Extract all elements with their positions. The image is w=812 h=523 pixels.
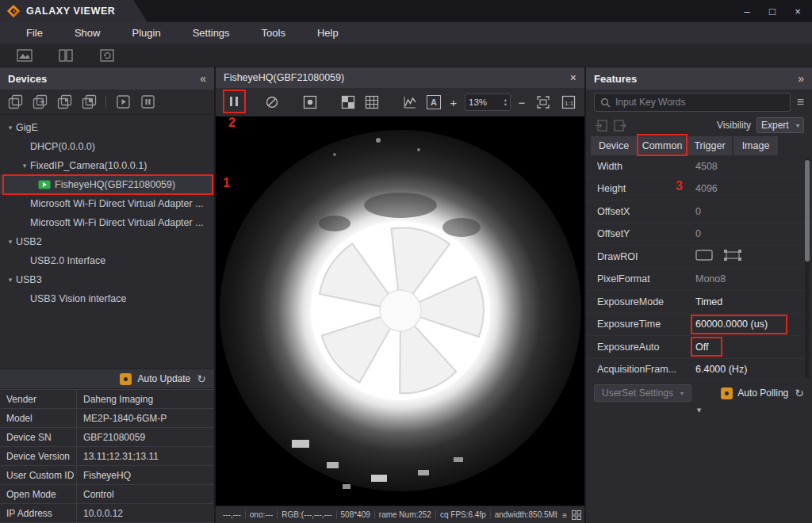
status-mono-value: ono:--- — [245, 510, 277, 519]
enumerate-devices-icon[interactable] — [7, 94, 23, 110]
tree-item-ms-adapter-1[interactable]: Microsoft Wi-Fi Direct Virtual Adapter .… — [0, 194, 214, 213]
tree-item-label: USB2.0 Interface — [30, 255, 105, 266]
viewer-status-bar: ---,--- ono:--- RGB:(---,---,--- 508*409… — [216, 506, 584, 523]
tree-expand-icon[interactable]: ▾ — [19, 162, 30, 170]
table-row: Device Version 13.11;12.31;13.11 — [0, 447, 214, 466]
export-feature-icon[interactable] — [613, 119, 626, 132]
tree-item-fisheyehq-device[interactable]: FisheyeHQ(GBF21080059) — [0, 175, 214, 194]
feature-value[interactable]: 6.4000 (Hz) — [695, 364, 747, 375]
viewer-toolbar: A + 13% ▴▾ − 1:1 — [216, 88, 584, 116]
tree-item-usb3-vision[interactable]: USB3 Vision interface — [0, 289, 214, 308]
refresh-devices-icon[interactable]: ↻ — [197, 372, 206, 385]
font-overlay-icon[interactable]: A — [423, 92, 444, 113]
grid-view-icon[interactable] — [362, 92, 382, 113]
image-view-icon[interactable] — [16, 47, 33, 64]
expand-features-icon[interactable]: » — [798, 72, 804, 85]
menu-tools[interactable]: Tools — [246, 22, 301, 44]
viewer-close-icon[interactable]: × — [570, 71, 576, 84]
feature-row-exposuremode: ExposureMode Timed — [586, 291, 812, 314]
feature-value[interactable]: Mono8 — [695, 273, 726, 284]
zoom-controls: + 13% ▴▾ − 1:1 — [447, 92, 579, 113]
maximize-button[interactable]: □ — [763, 2, 782, 20]
userset-settings-dropdown[interactable]: UserSet Settings ▾ — [594, 384, 691, 402]
tree-item-label: GigE — [16, 122, 38, 133]
menu-show[interactable]: Show — [59, 22, 117, 44]
devices-toolbar — [0, 90, 214, 115]
refresh-layout-icon[interactable] — [98, 47, 116, 64]
visibility-dropdown[interactable]: Expert ▾ — [756, 117, 804, 133]
feature-menu-icon[interactable]: ≡ — [797, 95, 804, 109]
menubar: File Show Plugin Settings Tools Help — [0, 22, 812, 44]
tree-expand-icon[interactable]: ▾ — [5, 124, 16, 132]
table-value: FisheyeHQ — [77, 466, 214, 484]
tree-item-fixedip-camera[interactable]: ▾ FixedIP_Camera(10.0.0.1) — [0, 156, 214, 175]
roi-rect-icon[interactable] — [695, 250, 713, 263]
feature-name: PixelFormat — [597, 273, 695, 284]
camera-image-view[interactable] — [216, 116, 584, 506]
tree-item-usb2-interface[interactable]: USB2.0 Interface — [0, 251, 214, 270]
menu-settings[interactable]: Settings — [177, 22, 246, 44]
features-collapse-chevron[interactable]: ▾ — [586, 405, 812, 421]
table-key: User Custom ID — [0, 466, 77, 484]
tree-item-ms-adapter-2[interactable]: Microsoft Wi-Fi Direct Virtual Adapter .… — [0, 213, 214, 232]
menu-plugin[interactable]: Plugin — [116, 22, 176, 44]
fit-to-window-icon[interactable] — [533, 92, 553, 113]
feature-value[interactable]: Timed — [695, 296, 722, 307]
feature-search-box[interactable] — [594, 93, 791, 112]
fisheye-image — [216, 116, 584, 506]
table-row: User Custom ID FisheyeHQ — [0, 466, 214, 485]
auto-polling-toggle[interactable] — [721, 387, 733, 399]
table-value: ME2P-1840-6GM-P — [77, 409, 214, 427]
tree-item-label: FixedIP_Camera(10.0.0.1) — [30, 160, 147, 171]
tree-item-usb3[interactable]: ▾ USB3 — [0, 270, 214, 289]
spinner-arrows-icon[interactable]: ▴▾ — [504, 97, 507, 108]
start-acquisition-icon[interactable] — [115, 94, 131, 110]
update-device-list-icon[interactable] — [32, 94, 48, 110]
feature-search-input[interactable] — [615, 97, 784, 108]
table-row: Vender Daheng Imaging — [0, 390, 214, 409]
scrollbar-thumb[interactable] — [805, 160, 810, 262]
refresh-features-icon[interactable]: ↻ — [795, 387, 804, 399]
stop-acquisition-icon[interactable] — [140, 94, 155, 110]
tree-item-gige[interactable]: ▾ GigE — [0, 118, 214, 137]
status-menu-icon[interactable]: ≡ — [562, 511, 567, 520]
features-filler — [586, 421, 812, 523]
pause-acquisition-icon[interactable] — [224, 92, 244, 113]
menu-help[interactable]: Help — [301, 22, 354, 44]
zoom-out-button[interactable]: − — [515, 96, 528, 109]
features-scrollbar[interactable] — [805, 157, 810, 379]
close-device-icon[interactable] — [81, 94, 97, 110]
tab-image[interactable]: Image — [733, 136, 778, 155]
zoom-level-spinner[interactable]: 13% ▴▾ — [465, 94, 511, 111]
tree-item-dhcp[interactable]: DHCP(0.0.0.0) — [0, 137, 214, 156]
histogram-icon[interactable] — [400, 92, 420, 113]
record-snapshot-icon[interactable] — [300, 92, 320, 113]
tree-expand-icon[interactable]: ▾ — [5, 238, 16, 246]
tree-item-usb2[interactable]: ▾ USB2 — [0, 232, 214, 251]
tab-device[interactable]: Device — [591, 136, 637, 155]
close-button[interactable]: × — [788, 2, 807, 20]
auto-update-bar: Auto Update ↻ — [0, 368, 214, 389]
menu-file[interactable]: File — [10, 22, 59, 44]
open-device-icon[interactable] — [56, 94, 72, 110]
exposure-time-value[interactable]: 60000.0000 (us) — [695, 319, 768, 330]
import-feature-icon[interactable] — [594, 119, 607, 132]
exposure-auto-value[interactable]: Off — [695, 342, 708, 353]
tab-trigger[interactable]: Trigger — [688, 136, 732, 155]
dual-layout-icon[interactable] — [57, 47, 75, 64]
no-display-icon[interactable] — [262, 92, 282, 113]
dropdown-arrow-icon: ▾ — [680, 390, 684, 397]
zoom-level-value: 13% — [469, 97, 487, 107]
tree-expand-icon[interactable]: ▾ — [5, 276, 16, 284]
device-info-table: Vender Daheng Imaging Model ME2P-1840-6G… — [0, 389, 214, 523]
minimize-button[interactable]: – — [737, 2, 756, 20]
collapse-devices-icon[interactable]: « — [200, 72, 206, 85]
actual-size-icon[interactable]: 1:1 — [558, 92, 579, 113]
status-acq-fps: cq FPS:6.4fp — [435, 510, 490, 519]
tab-common[interactable]: Common — [638, 136, 686, 155]
auto-update-toggle[interactable] — [120, 373, 132, 385]
zoom-in-button[interactable]: + — [447, 96, 460, 109]
status-grid-icon[interactable] — [572, 510, 581, 520]
split-view-icon[interactable] — [338, 92, 358, 113]
roi-handles-icon[interactable] — [724, 250, 741, 263]
